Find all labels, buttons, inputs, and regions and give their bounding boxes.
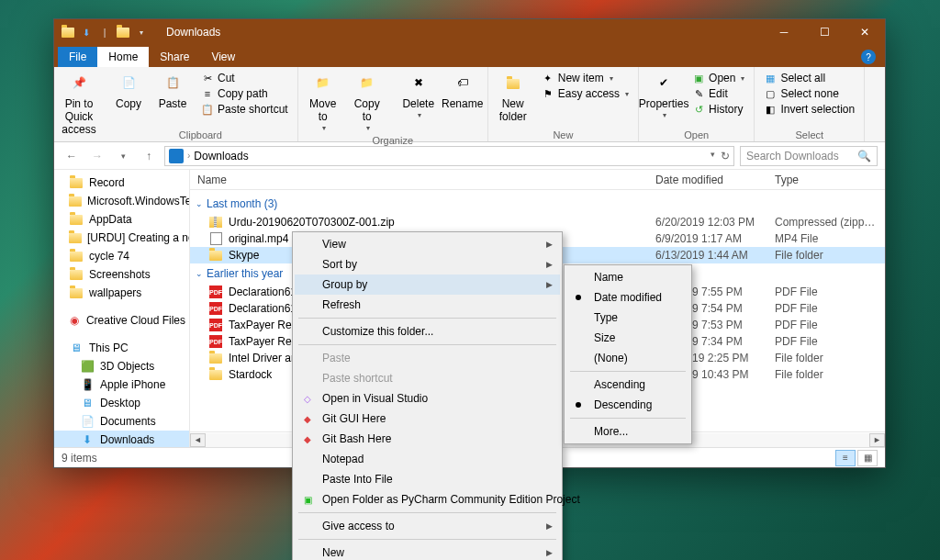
address-bar[interactable]: › Downloads ▾ ↻ [164, 146, 734, 166]
submenu-arrow-icon: ▶ [546, 521, 553, 531]
close-button[interactable]: ✕ [845, 19, 885, 45]
menu-item-group-by[interactable]: Group by▶ [295, 274, 560, 295]
search-icon[interactable]: 🔍 [857, 150, 871, 162]
nav-forward-button[interactable]: → [87, 146, 107, 166]
scroll-right-icon[interactable]: ► [869, 433, 885, 447]
sidebar-item[interactable]: Microsoft.WindowsTe [54, 192, 189, 210]
folder-icon [208, 367, 223, 382]
breadcrumb-segment[interactable]: Downloads [194, 150, 248, 162]
menu-item-open-in-visual-studio[interactable]: ◇Open in Visual Studio [295, 388, 560, 409]
delete-button[interactable]: ✖Delete▾ [397, 69, 440, 121]
menu-item-more-[interactable]: More... [566, 421, 689, 442]
paste-shortcut-button[interactable]: 📋Paste shortcut [196, 102, 294, 117]
history-button[interactable]: ↺History [687, 102, 750, 117]
file-type: PDF File [775, 286, 885, 298]
properties-button[interactable]: ✔Properties▾ [643, 69, 685, 121]
copy-button[interactable]: 📄Copy [107, 69, 150, 113]
menu-item-notepad[interactable]: Notepad [295, 449, 560, 469]
menu-item-give-access-to[interactable]: Give access to▶ [295, 516, 560, 536]
menu-item-name[interactable]: Name [566, 267, 689, 287]
qat-down-icon[interactable]: ⬇ [80, 26, 93, 39]
tab-file[interactable]: File [58, 47, 97, 67]
details-view-button[interactable]: ≡ [835, 450, 856, 466]
qat-dropdown-icon[interactable]: ▾ [135, 26, 148, 39]
navigation-pane[interactable]: RecordMicrosoft.WindowsTeAppData[URDU] C… [54, 170, 190, 447]
easy-access-button[interactable]: ⚑Easy access▾ [536, 86, 634, 101]
menu-item-refresh[interactable]: Refresh [295, 295, 560, 315]
menu-item-open-folder-as-pycharm-community-edition-project[interactable]: ▣Open Folder as PyCharm Community Editio… [295, 489, 560, 510]
col-type[interactable]: Type [775, 174, 885, 186]
minimize-button[interactable]: ─ [764, 19, 804, 45]
new-folder-button[interactable]: New folder [492, 69, 534, 126]
nav-back-button[interactable]: ← [62, 146, 82, 166]
paste-button[interactable]: 📋Paste [151, 69, 194, 113]
pin-icon: 📌 [66, 71, 92, 96]
sidebar-item[interactable]: Record [54, 174, 189, 192]
file-type: PDF File [775, 335, 885, 348]
pdf-icon: PDF [208, 285, 223, 299]
scroll-left-icon[interactable]: ◄ [190, 433, 206, 447]
file-type: Compressed (zipp… [775, 216, 885, 229]
select-all-button[interactable]: ▦Select all [758, 71, 860, 85]
new-item-button[interactable]: ✦New item▾ [536, 71, 634, 85]
nav-recent-dropdown[interactable]: ▾ [113, 146, 133, 166]
move-to-button[interactable]: 📁Move to▾ [302, 69, 344, 134]
edit-button[interactable]: ✎Edit [687, 86, 750, 101]
desktop-icon: 🖥 [80, 396, 95, 410]
file-date: 6/20/2019 12:03 PM [655, 216, 775, 229]
copy-to-button[interactable]: 📁Copy to▾ [346, 69, 388, 134]
address-dropdown-icon[interactable]: ▾ [711, 150, 715, 162]
menu-item-paste-into-file[interactable]: Paste Into File [295, 469, 560, 489]
open-button[interactable]: ▣Open▾ [687, 71, 750, 85]
qat-folder-icon[interactable] [117, 26, 129, 39]
menu-item-customize-this-folder-[interactable]: Customize this folder... [295, 321, 560, 342]
sidebar-item[interactable]: AppData [54, 210, 189, 229]
sidebar-creative-cloud[interactable]: ◉Creative Cloud Files [54, 311, 189, 330]
sidebar-item[interactable]: [URDU] Creating a new t [54, 229, 189, 247]
sidebar-this-pc[interactable]: 🖥This PC [54, 339, 189, 357]
menu-item-type[interactable]: Type [566, 308, 689, 328]
folder-icon [69, 286, 84, 300]
cut-button[interactable]: ✂Cut [196, 71, 294, 85]
menu-item-ascending[interactable]: Ascending [566, 375, 689, 395]
pin-to-quick-access[interactable]: 📌 Pin to Quick access [58, 69, 100, 138]
maximize-button[interactable]: ☐ [804, 19, 845, 45]
menu-item-new[interactable]: New▶ [295, 543, 560, 560]
tab-view[interactable]: View [200, 47, 246, 67]
help-icon[interactable]: ? [861, 50, 876, 64]
sidebar-item-downloads[interactable]: ⬇Downloads [54, 431, 189, 447]
menu-item-view[interactable]: View▶ [295, 234, 560, 254]
menu-label: New [322, 546, 344, 559]
sidebar-item[interactable]: wallpapers [54, 284, 189, 302]
menu-item-git-gui-here[interactable]: ◆Git GUI Here [295, 409, 560, 429]
menu-item-date-modified[interactable]: Date modified [566, 287, 689, 308]
sidebar-item[interactable]: Screenshots [54, 265, 189, 284]
select-none-button[interactable]: ▢Select none [758, 86, 860, 101]
tab-home[interactable]: Home [97, 47, 149, 67]
group-header[interactable]: ⌄Last month (3) [190, 194, 885, 214]
nav-up-button[interactable]: ↑ [139, 146, 159, 166]
menu-item-descending[interactable]: Descending [566, 395, 689, 415]
breadcrumb-sep-icon[interactable]: › [187, 151, 190, 161]
down-icon: ⬇ [80, 432, 95, 447]
col-date[interactable]: Date modified [655, 174, 775, 186]
tab-share[interactable]: Share [149, 47, 200, 67]
sidebar-item-desktop[interactable]: 🖥Desktop [54, 394, 189, 412]
col-name[interactable]: Name [190, 174, 655, 186]
icons-view-button[interactable]: ▦ [857, 450, 878, 466]
sidebar-item[interactable]: cycle 74 [54, 247, 189, 265]
copy-path-button[interactable]: ≡Copy path [196, 86, 294, 101]
search-box[interactable]: Search Downloads 🔍 [740, 146, 878, 166]
sidebar-item-documents[interactable]: 📄Documents [54, 412, 189, 431]
refresh-icon[interactable]: ↻ [721, 150, 730, 162]
invert-selection-button[interactable]: ◧Invert selection [758, 102, 860, 117]
menu-item-git-bash-here[interactable]: ◆Git Bash Here [295, 429, 560, 449]
sidebar-item-3d-objects[interactable]: 🟩3D Objects [54, 357, 189, 375]
file-row[interactable]: Urdu-20190620T070300Z-001.zip6/20/2019 1… [190, 214, 885, 230]
menu-item--none-[interactable]: (None) [566, 348, 689, 368]
menu-item-sort-by[interactable]: Sort by▶ [295, 254, 560, 274]
sidebar-item-apple-iphone[interactable]: 📱Apple iPhone [54, 375, 189, 394]
rename-button[interactable]: 🏷Rename [442, 69, 484, 113]
menu-item-size[interactable]: Size [566, 328, 689, 348]
clipboard-group-label: Clipboard [107, 129, 294, 141]
